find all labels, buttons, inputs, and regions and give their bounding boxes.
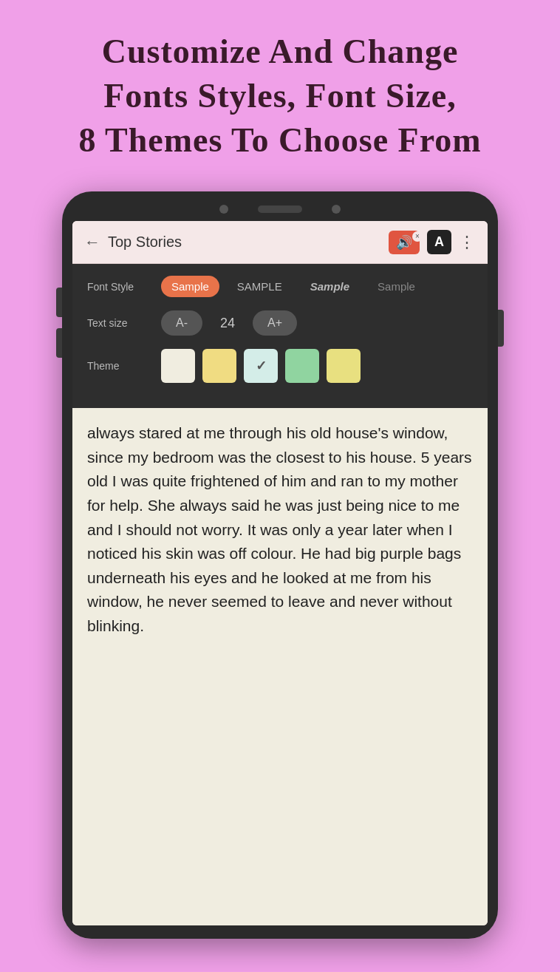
text-size-decrease[interactable]: A- xyxy=(161,310,202,336)
theme-swatch-1[interactable] xyxy=(161,349,195,383)
theme-label: Theme xyxy=(87,360,154,372)
sensor xyxy=(332,205,341,214)
story-content: always stared at me through his old hous… xyxy=(72,408,488,925)
volume-up-button xyxy=(56,288,62,317)
theme-swatch-4[interactable] xyxy=(285,349,319,383)
story-text: always stared at me through his old hous… xyxy=(87,421,473,638)
text-size-row: Text size A- 24 A+ xyxy=(87,310,473,336)
mute-x-icon: × xyxy=(412,231,423,242)
theme-swatch-5[interactable] xyxy=(327,349,361,383)
phone-top-bar xyxy=(72,205,488,214)
theme-row: Theme xyxy=(87,349,473,383)
text-size-increase[interactable]: A+ xyxy=(253,310,297,336)
front-camera xyxy=(219,205,228,214)
speaker-icon-wrapper: 🔊 × xyxy=(389,234,420,251)
back-icon[interactable]: ← xyxy=(84,233,100,252)
phone-screen: ← Top Stories 🔊 × A ⋮ Font Style Sample … xyxy=(72,221,488,925)
text-size-label: Text size xyxy=(87,317,154,329)
settings-panel: Font Style Sample SAMPLE Sample Sample T… xyxy=(72,264,488,408)
volume-down-button xyxy=(56,328,62,358)
more-options-icon[interactable]: ⋮ xyxy=(459,233,476,252)
font-style-row: Font Style Sample SAMPLE Sample Sample xyxy=(87,276,473,297)
font-style-label: Font Style xyxy=(87,281,154,293)
app-title: Top Stories xyxy=(108,234,381,251)
font-option-4[interactable]: Sample xyxy=(367,276,426,297)
font-option-2[interactable]: SAMPLE xyxy=(227,276,293,297)
header-title: Customize and Change fonts styles, font … xyxy=(78,30,481,162)
font-size-button[interactable]: A xyxy=(427,230,451,254)
power-button xyxy=(498,310,504,347)
theme-swatch-3[interactable] xyxy=(244,349,278,383)
font-option-3[interactable]: Sample xyxy=(300,276,360,297)
header-section: Customize and Change fonts styles, font … xyxy=(34,0,525,177)
font-option-1[interactable]: Sample xyxy=(161,276,219,297)
earpiece xyxy=(258,205,302,213)
theme-swatch-2[interactable] xyxy=(202,349,236,383)
text-size-value: 24 xyxy=(210,316,245,331)
phone-mockup: ← Top Stories 🔊 × A ⋮ Font Style Sample … xyxy=(62,191,498,939)
app-topbar: ← Top Stories 🔊 × A ⋮ xyxy=(72,221,488,264)
